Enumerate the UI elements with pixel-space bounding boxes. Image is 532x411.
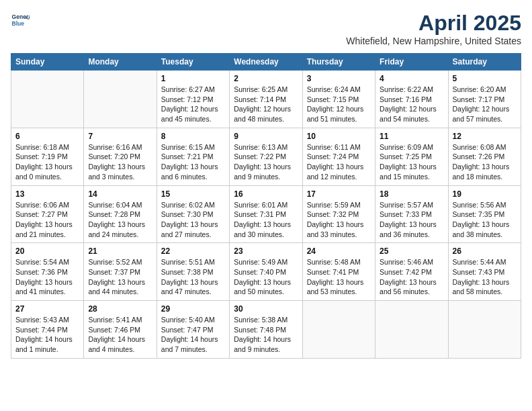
table-row (11, 71, 84, 128)
day-info: Sunrise: 6:15 AM Sunset: 7:21 PM Dayligh… (161, 142, 225, 182)
header: General Blue April 2025 Whitefield, New … (11, 11, 521, 46)
table-row: 25Sunrise: 5:46 AM Sunset: 7:42 PM Dayli… (375, 243, 448, 301)
table-row: 29Sunrise: 5:40 AM Sunset: 7:47 PM Dayli… (157, 301, 229, 359)
table-row: 7Sunrise: 6:16 AM Sunset: 7:20 PM Daylig… (84, 128, 157, 185)
day-number: 26 (453, 246, 517, 256)
day-number: 6 (15, 132, 79, 141)
day-info: Sunrise: 5:38 AM Sunset: 7:48 PM Dayligh… (234, 315, 298, 355)
day-info: Sunrise: 6:11 AM Sunset: 7:24 PM Dayligh… (307, 142, 371, 182)
day-number: 11 (380, 132, 443, 141)
calendar-table: Sunday Monday Tuesday Wednesday Thursday… (11, 53, 521, 359)
day-number: 1 (161, 74, 225, 83)
calendar-week-row: 6Sunrise: 6:18 AM Sunset: 7:19 PM Daylig… (11, 128, 521, 185)
table-row (302, 301, 375, 359)
table-row: 12Sunrise: 6:08 AM Sunset: 7:26 PM Dayli… (448, 128, 521, 185)
table-row (448, 301, 521, 359)
day-info: Sunrise: 6:16 AM Sunset: 7:20 PM Dayligh… (88, 142, 152, 182)
day-number: 30 (234, 304, 298, 314)
day-number: 4 (380, 74, 443, 83)
table-row: 3Sunrise: 6:24 AM Sunset: 7:15 PM Daylig… (302, 71, 375, 128)
day-info: Sunrise: 5:57 AM Sunset: 7:33 PM Dayligh… (380, 200, 443, 240)
table-row: 16Sunrise: 6:01 AM Sunset: 7:31 PM Dayli… (230, 185, 302, 243)
day-info: Sunrise: 5:56 AM Sunset: 7:35 PM Dayligh… (453, 200, 517, 240)
day-number: 15 (161, 189, 225, 199)
table-row: 17Sunrise: 5:59 AM Sunset: 7:32 PM Dayli… (302, 185, 375, 243)
table-row (84, 71, 157, 128)
day-number: 25 (380, 246, 443, 256)
table-row: 15Sunrise: 6:02 AM Sunset: 7:30 PM Dayli… (157, 185, 229, 243)
day-number: 19 (453, 189, 517, 199)
day-number: 17 (307, 189, 371, 199)
table-row: 19Sunrise: 5:56 AM Sunset: 7:35 PM Dayli… (448, 185, 521, 243)
day-info: Sunrise: 5:52 AM Sunset: 7:37 PM Dayligh… (88, 257, 152, 297)
col-friday: Friday (375, 54, 448, 71)
day-number: 5 (453, 74, 517, 83)
table-row: 13Sunrise: 6:06 AM Sunset: 7:27 PM Dayli… (11, 185, 84, 243)
day-info: Sunrise: 5:49 AM Sunset: 7:40 PM Dayligh… (234, 257, 298, 297)
day-info: Sunrise: 6:09 AM Sunset: 7:25 PM Dayligh… (380, 142, 443, 182)
day-info: Sunrise: 6:27 AM Sunset: 7:12 PM Dayligh… (161, 85, 225, 124)
day-number: 16 (234, 189, 298, 199)
day-number: 18 (380, 189, 443, 199)
table-row: 22Sunrise: 5:51 AM Sunset: 7:38 PM Dayli… (157, 243, 229, 301)
table-row: 18Sunrise: 5:57 AM Sunset: 7:33 PM Dayli… (375, 185, 448, 243)
page-subtitle: Whitefield, New Hampshire, United States (346, 36, 521, 46)
table-row: 27Sunrise: 5:43 AM Sunset: 7:44 PM Dayli… (11, 301, 84, 359)
table-row: 10Sunrise: 6:11 AM Sunset: 7:24 PM Dayli… (302, 128, 375, 185)
table-row: 28Sunrise: 5:41 AM Sunset: 7:46 PM Dayli… (84, 301, 157, 359)
day-info: Sunrise: 5:44 AM Sunset: 7:43 PM Dayligh… (453, 257, 517, 297)
day-info: Sunrise: 6:02 AM Sunset: 7:30 PM Dayligh… (161, 200, 225, 240)
day-info: Sunrise: 6:24 AM Sunset: 7:15 PM Dayligh… (307, 85, 371, 124)
day-info: Sunrise: 5:48 AM Sunset: 7:41 PM Dayligh… (307, 257, 371, 297)
table-row: 26Sunrise: 5:44 AM Sunset: 7:43 PM Dayli… (448, 243, 521, 301)
table-row (375, 301, 448, 359)
day-number: 28 (88, 304, 152, 314)
table-row: 30Sunrise: 5:38 AM Sunset: 7:48 PM Dayli… (230, 301, 302, 359)
calendar-week-row: 1Sunrise: 6:27 AM Sunset: 7:12 PM Daylig… (11, 71, 521, 128)
calendar-week-row: 27Sunrise: 5:43 AM Sunset: 7:44 PM Dayli… (11, 301, 521, 359)
calendar-header-row: Sunday Monday Tuesday Wednesday Thursday… (11, 54, 521, 71)
logo-icon: General Blue (11, 11, 30, 30)
logo: General Blue (11, 11, 30, 30)
day-number: 23 (234, 246, 298, 256)
table-row: 6Sunrise: 6:18 AM Sunset: 7:19 PM Daylig… (11, 128, 84, 185)
table-row: 20Sunrise: 5:54 AM Sunset: 7:36 PM Dayli… (11, 243, 84, 301)
col-sunday: Sunday (11, 54, 84, 71)
table-row: 8Sunrise: 6:15 AM Sunset: 7:21 PM Daylig… (157, 128, 229, 185)
day-info: Sunrise: 5:51 AM Sunset: 7:38 PM Dayligh… (161, 257, 225, 297)
table-row: 21Sunrise: 5:52 AM Sunset: 7:37 PM Dayli… (84, 243, 157, 301)
day-info: Sunrise: 5:40 AM Sunset: 7:47 PM Dayligh… (161, 315, 225, 355)
day-number: 21 (88, 246, 152, 256)
day-info: Sunrise: 5:41 AM Sunset: 7:46 PM Dayligh… (88, 315, 152, 355)
calendar-week-row: 13Sunrise: 6:06 AM Sunset: 7:27 PM Dayli… (11, 185, 521, 243)
title-block: April 2025 Whitefield, New Hampshire, Un… (346, 11, 521, 46)
day-number: 14 (88, 189, 152, 199)
calendar-week-row: 20Sunrise: 5:54 AM Sunset: 7:36 PM Dayli… (11, 243, 521, 301)
table-row: 11Sunrise: 6:09 AM Sunset: 7:25 PM Dayli… (375, 128, 448, 185)
svg-text:General: General (12, 13, 30, 20)
day-info: Sunrise: 6:08 AM Sunset: 7:26 PM Dayligh… (453, 142, 517, 182)
day-number: 2 (234, 74, 298, 83)
day-number: 20 (15, 246, 79, 256)
table-row: 9Sunrise: 6:13 AM Sunset: 7:22 PM Daylig… (230, 128, 302, 185)
day-info: Sunrise: 5:43 AM Sunset: 7:44 PM Dayligh… (15, 315, 79, 355)
day-info: Sunrise: 6:25 AM Sunset: 7:14 PM Dayligh… (234, 85, 298, 124)
table-row: 4Sunrise: 6:22 AM Sunset: 7:16 PM Daylig… (375, 71, 448, 128)
table-row: 24Sunrise: 5:48 AM Sunset: 7:41 PM Dayli… (302, 243, 375, 301)
col-wednesday: Wednesday (230, 54, 302, 71)
day-number: 27 (15, 304, 79, 314)
col-thursday: Thursday (302, 54, 375, 71)
day-info: Sunrise: 6:22 AM Sunset: 7:16 PM Dayligh… (380, 85, 443, 124)
day-number: 10 (307, 132, 371, 141)
day-number: 3 (307, 74, 371, 83)
calendar-body: 1Sunrise: 6:27 AM Sunset: 7:12 PM Daylig… (11, 71, 521, 359)
day-info: Sunrise: 6:04 AM Sunset: 7:28 PM Dayligh… (88, 200, 152, 240)
table-row: 1Sunrise: 6:27 AM Sunset: 7:12 PM Daylig… (157, 71, 229, 128)
day-info: Sunrise: 6:20 AM Sunset: 7:17 PM Dayligh… (453, 85, 517, 124)
table-row: 23Sunrise: 5:49 AM Sunset: 7:40 PM Dayli… (230, 243, 302, 301)
table-row: 2Sunrise: 6:25 AM Sunset: 7:14 PM Daylig… (230, 71, 302, 128)
day-info: Sunrise: 5:46 AM Sunset: 7:42 PM Dayligh… (380, 257, 443, 297)
day-number: 12 (453, 132, 517, 141)
day-number: 24 (307, 246, 371, 256)
col-tuesday: Tuesday (157, 54, 229, 71)
